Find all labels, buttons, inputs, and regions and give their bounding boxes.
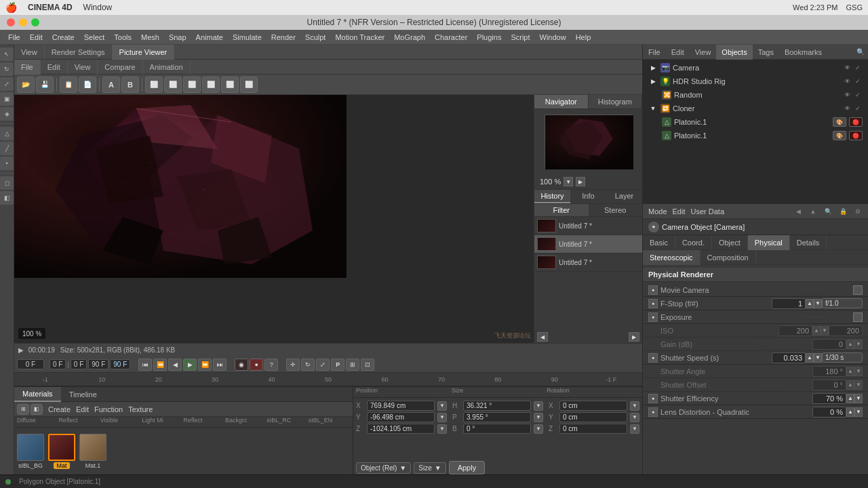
cp-nav-up[interactable]: ▲ (808, 207, 818, 216)
random-check[interactable]: ✓ (853, 90, 863, 100)
cp-dot[interactable]: ⚙ (853, 207, 863, 216)
transport-to-end[interactable]: ⏭ (213, 359, 226, 371)
size-dropdown[interactable]: Size ▼ (414, 462, 446, 474)
sidebar-icon-edge[interactable]: ╱ (0, 142, 14, 155)
se-enable[interactable]: ● (648, 394, 658, 403)
tab-picture-viewer[interactable]: Picture Viewer (113, 45, 175, 60)
tb-extra2[interactable]: ⬜ (164, 77, 182, 93)
prop-val-shutter-offset[interactable]: 0 ° (812, 380, 846, 390)
menu-simulate[interactable]: Simulate (229, 33, 266, 41)
tab-stereo[interactable]: Stereo (589, 204, 643, 216)
sidebar-icon-scale[interactable]: ⤢ (0, 77, 14, 91)
coord-dropdown[interactable]: Object (Rel) ▼ (356, 462, 411, 474)
rot-z-stepper[interactable]: ▼ (630, 424, 639, 434)
frame-current[interactable]: 0 F (50, 359, 66, 369)
camera-vis[interactable]: 👁 (842, 63, 852, 73)
cp-subtab-stereo[interactable]: Stereoscopic (643, 250, 701, 265)
iso-step-up[interactable]: ▲ (812, 326, 821, 336)
random-vis[interactable]: 👁 (842, 90, 852, 100)
pv-subtab-edit[interactable]: Edit (41, 60, 68, 75)
tab-info[interactable]: Info (570, 190, 606, 203)
cp-user-data[interactable]: User Data (691, 207, 725, 216)
menu-select[interactable]: Select (80, 33, 109, 41)
sb-tab-bookmarks[interactable]: Bookmarks (779, 45, 827, 60)
fullscreen-button[interactable] (31, 18, 39, 26)
transport-rev[interactable]: ◀ (168, 359, 182, 371)
transform-rotate[interactable]: ↻ (301, 359, 315, 371)
mat-icon-1[interactable]: ⊞ (17, 404, 29, 415)
tab-filter[interactable]: Filter (534, 204, 589, 216)
ss-step-up[interactable]: ▲ (806, 353, 814, 363)
mat-item-sibl[interactable]: sIBL_BG (17, 434, 44, 469)
prop-val-shutter-angle[interactable]: 180 ° (812, 366, 846, 377)
so-step-dn[interactable]: ▼ (854, 380, 863, 390)
tab-history[interactable]: History (534, 190, 570, 203)
cp-tab-details[interactable]: Details (790, 235, 827, 250)
sidebar-icon-live[interactable]: ◈ (0, 107, 14, 121)
se-step-dn[interactable]: ▼ (854, 394, 863, 403)
pos-x-stepper[interactable]: ▼ (437, 401, 447, 411)
rot-x-val[interactable]: 0 cm (559, 401, 627, 411)
sb-tab-objects[interactable]: Objects (716, 45, 752, 60)
rot-y-stepper[interactable]: ▼ (630, 413, 639, 422)
sb-item-hdr[interactable]: ▶ 💡 HDR Studio Rig 👁 ✓ (643, 75, 868, 88)
fstop-enable[interactable]: ● (648, 299, 658, 308)
prop-val-fstop[interactable]: 1 (772, 298, 806, 309)
size-p-val[interactable]: 3.955 ° (463, 412, 531, 422)
shutter-speed-enable[interactable]: ● (648, 353, 658, 363)
exposure-enable[interactable]: ● (648, 312, 658, 322)
sidebar-icon-move[interactable]: ↖ (0, 47, 14, 61)
platonic2-tag[interactable]: 🔴 (849, 131, 863, 140)
cp-subtab-comp[interactable]: Composition (701, 250, 756, 265)
sb-tab-edit[interactable]: Edit (666, 45, 690, 60)
mat-item-mat[interactable]: Mat (48, 434, 75, 469)
ss-step-dn[interactable]: ▼ (814, 353, 822, 363)
cp-tab-coord[interactable]: Coord. (675, 235, 712, 250)
nav-next[interactable]: ▶ (629, 332, 639, 342)
sb-item-random[interactable]: 🔀 Random 👁 ✓ (643, 88, 868, 102)
transform-param[interactable]: P (331, 359, 344, 371)
rot-y-val[interactable]: 0 cm (559, 412, 627, 422)
camera-render[interactable]: ✓ (853, 63, 863, 73)
cp-lock[interactable]: 🔒 (838, 207, 848, 216)
menu-tools[interactable]: Tools (110, 33, 136, 41)
sa-step-dn[interactable]: ▼ (854, 367, 863, 376)
cp-mode[interactable]: Mode (648, 207, 667, 216)
close-button[interactable] (7, 18, 15, 26)
hdr-render[interactable]: ✓ (853, 77, 863, 86)
minimize-button[interactable] (19, 18, 27, 26)
size-b-val[interactable]: 0 ° (463, 424, 531, 434)
menu-window[interactable]: Window (83, 3, 113, 12)
pv-subtab-compare[interactable]: Compare (98, 60, 142, 75)
menu-motion-tracker[interactable]: Motion Tracker (331, 33, 389, 41)
frame-start[interactable]: 0 F (71, 359, 87, 369)
sidebar-icon-model[interactable]: ◻ (0, 176, 14, 190)
tb-save[interactable]: 💾 (36, 77, 54, 93)
tab-timeline[interactable]: Timeline (61, 387, 105, 402)
tb-extra4[interactable]: ⬜ (202, 77, 220, 93)
frame-end[interactable]: 90 F (88, 359, 108, 369)
mat-function[interactable]: Function (94, 405, 123, 413)
record-red[interactable]: ● (250, 359, 263, 371)
hdr-vis[interactable]: 👁 (842, 77, 852, 86)
mat-edit[interactable]: Edit (76, 405, 89, 413)
frame-end-btn[interactable]: 90 F (110, 359, 130, 369)
tb-paste[interactable]: 📄 (79, 77, 96, 93)
transport-to-start[interactable]: ⏮ (138, 359, 152, 371)
menu-file[interactable]: File (4, 33, 24, 41)
tb-open[interactable]: 📂 (17, 77, 35, 93)
sb-item-camera[interactable]: ▶ 📷 Camera 👁 ✓ (643, 61, 868, 75)
pos-x-val[interactable]: 769.849 cm (367, 401, 435, 411)
timeline-zoom-val[interactable]: 0 F (17, 359, 44, 369)
prop-unit-fstop[interactable]: f/1.0 (822, 298, 863, 308)
size-h-val[interactable]: 36.321 ° (463, 401, 531, 411)
mat-icon-2[interactable]: ◧ (31, 404, 43, 415)
pos-y-stepper[interactable]: ▼ (437, 413, 447, 422)
tb-b[interactable]: B (121, 77, 139, 93)
tab-histogram[interactable]: Histogram (589, 95, 643, 108)
iso-step-dn[interactable]: ▼ (821, 326, 829, 336)
sb-tab-view[interactable]: View (690, 45, 717, 60)
prop-val-lens-dist[interactable]: 0 % (812, 407, 846, 418)
cp-tab-object[interactable]: Object (712, 235, 748, 250)
sb-item-cloner[interactable]: ▼ 🔁 Cloner 👁 ✓ (643, 102, 868, 115)
